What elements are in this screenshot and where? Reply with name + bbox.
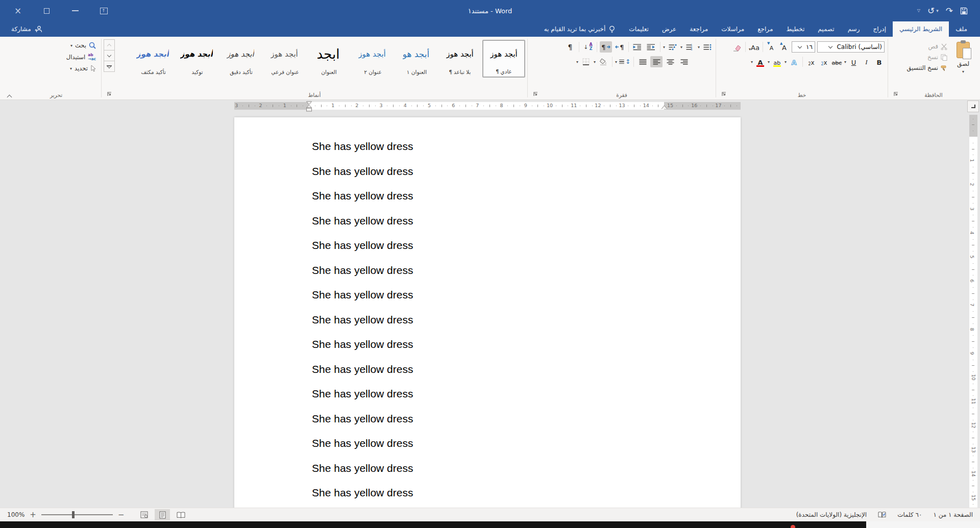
numbering-dropdown-caret-icon[interactable]: ▾	[680, 45, 682, 49]
qat-customize-button[interactable]: ▽	[917, 9, 920, 13]
show-formatting-marks-button[interactable]: ¶	[564, 41, 576, 53]
tab-mailings[interactable]: مراسلات	[715, 21, 751, 37]
document-line[interactable]: She has yellow dress	[312, 159, 741, 184]
increase-indent-button[interactable]	[631, 41, 644, 53]
text-effects-dropdown-caret-icon[interactable]: ▾	[785, 60, 787, 64]
document-line[interactable]: She has yellow dress	[312, 308, 741, 333]
word-count[interactable]: ٦٠ كلمات	[897, 511, 922, 518]
sort-button[interactable]: A Z ↓	[582, 41, 594, 53]
zoom-in-button[interactable]: +	[30, 511, 36, 519]
subscript-button[interactable]: x2	[819, 56, 829, 67]
find-button[interactable]: بحث ▾	[13, 42, 99, 49]
document-line[interactable]: She has yellow dress	[312, 258, 741, 283]
borders-dropdown-caret-icon[interactable]: ▾	[576, 60, 578, 64]
styles-scroll-down-button[interactable]	[104, 50, 115, 61]
tab-stop-selector[interactable]	[967, 100, 979, 112]
collapse-ribbon-button[interactable]	[6, 91, 11, 96]
document-line[interactable]: She has yellow dress	[312, 407, 741, 432]
shading-button[interactable]	[597, 56, 609, 67]
shrink-font-button[interactable]: A▼	[766, 41, 777, 53]
numbering-button[interactable]: 123	[684, 41, 696, 53]
style-item-8[interactable]: أبجد هوز توكيد	[175, 40, 218, 78]
highlight-color-button[interactable]: ab	[772, 56, 782, 67]
document-line[interactable]: She has yellow dress	[312, 283, 741, 308]
decrease-indent-button[interactable]	[645, 41, 657, 53]
underline-dropdown-caret-icon[interactable]: ▾	[844, 60, 846, 64]
tab-draw[interactable]: رسم	[841, 21, 867, 37]
style-item-9[interactable]: أبجد هوز تأكيد مكثف	[131, 40, 174, 78]
style-item-5[interactable]: ابجد العنوان	[307, 40, 350, 78]
tab-insert[interactable]: إدراج	[866, 21, 893, 37]
multilevel-dropdown-caret-icon[interactable]: ▾	[663, 45, 665, 49]
style-item-6[interactable]: أبجد هوز عنوان فرعي	[263, 40, 306, 78]
styles-scroll-up-button[interactable]	[104, 39, 115, 51]
horizontal-ruler[interactable]: 1231234567891011121314151617	[234, 102, 741, 110]
document-line[interactable]: She has yellow dress	[312, 134, 741, 159]
tab-layout[interactable]: تخطيط	[779, 21, 811, 37]
style-item-3[interactable]: أبجد هو العنوان ١	[395, 40, 437, 78]
tab-references[interactable]: مراجع	[751, 21, 779, 37]
save-button[interactable]	[960, 7, 968, 15]
redo-button[interactable]: ↷	[946, 7, 953, 15]
underline-button[interactable]: U	[848, 56, 859, 67]
document-line[interactable]: She has yellow dress	[312, 382, 741, 407]
read-mode-view-button[interactable]	[173, 509, 188, 520]
chevron-down-icon[interactable]	[826, 46, 835, 48]
zoom-slider-thumb[interactable]	[72, 511, 75, 518]
select-button[interactable]: تحديد ▾	[13, 65, 99, 72]
document-line[interactable]: She has yellow dress	[312, 184, 741, 209]
tell-me-box[interactable]: أخبرني بما تريد القيام به	[537, 21, 623, 37]
indent-markers-icon[interactable]	[306, 101, 312, 112]
tab-home[interactable]: الشريط الرئيسي	[893, 21, 949, 37]
strikethrough-button[interactable]: abc	[831, 56, 842, 67]
grow-font-button[interactable]: A▲	[779, 41, 790, 53]
clear-formatting-button[interactable]: A	[731, 41, 742, 53]
style-item-4[interactable]: أبجد هوز عنوان ٢	[351, 40, 394, 78]
change-case-button[interactable]: Aa▾	[749, 41, 760, 53]
multilevel-list-button[interactable]	[667, 41, 679, 53]
replace-button[interactable]: ab→ac استبدال	[13, 53, 99, 61]
document-area[interactable]: 1231234567891011121314151617 12345678910…	[0, 100, 980, 508]
cut-button[interactable]: قص	[907, 43, 948, 50]
font-name-combo[interactable]: Calibri (أساسي)	[817, 41, 885, 53]
borders-button[interactable]	[580, 56, 592, 67]
superscript-button[interactable]: x2	[806, 56, 817, 67]
web-layout-view-button[interactable]	[136, 509, 152, 520]
zoom-level[interactable]: 100%	[7, 511, 24, 518]
bullets-button[interactable]	[701, 41, 714, 53]
style-item-1[interactable]: أبجد هوز عادي¶	[482, 40, 525, 78]
tab-design[interactable]: تصميم	[811, 21, 841, 37]
zoom-slider[interactable]	[41, 514, 113, 515]
italic-button[interactable]: I	[861, 56, 872, 67]
highlight-dropdown-caret-icon[interactable]: ▾	[768, 60, 770, 64]
proofing-status-button[interactable]	[878, 511, 886, 518]
share-button[interactable]: مشاركة	[0, 21, 54, 37]
document-line[interactable]: She has yellow dress	[312, 233, 741, 258]
document-line[interactable]: She has yellow dress	[312, 481, 741, 506]
copy-button[interactable]: نسخ	[907, 54, 948, 61]
format-painter-button[interactable]: نسخ التنسيق	[907, 64, 948, 71]
bold-button[interactable]: B	[874, 56, 885, 67]
zoom-out-button[interactable]: −	[118, 511, 125, 519]
line-spacing-button[interactable]: ↕	[619, 56, 631, 67]
tab-view[interactable]: عرض	[655, 21, 683, 37]
align-right-button[interactable]	[678, 56, 690, 67]
ltr-text-direction-button[interactable]: ¶	[600, 41, 612, 53]
styles-more-button[interactable]	[104, 61, 115, 72]
tab-file[interactable]: ملف	[949, 21, 974, 37]
align-center-button[interactable]	[664, 56, 676, 67]
align-left-button[interactable]	[650, 56, 663, 67]
tab-review[interactable]: مراجعة	[683, 21, 715, 37]
tab-help[interactable]: تعليمات	[622, 21, 655, 37]
page-indicator[interactable]: الصفحة ١ من ١	[933, 511, 973, 518]
language-indicator[interactable]: الإنجليزية (الولايات المتحدة)	[796, 511, 867, 518]
rtl-text-direction-button[interactable]: ¶	[614, 41, 626, 53]
document-line[interactable]: She has yellow dress	[312, 332, 741, 357]
document-line[interactable]: She has yellow dress	[312, 431, 741, 456]
undo-button[interactable]: ↺▾	[927, 7, 939, 15]
font-color-dropdown-caret-icon[interactable]: ▾	[751, 60, 753, 64]
font-color-button[interactable]: A	[755, 56, 766, 67]
document-line[interactable]: She has yellow dress	[312, 209, 741, 234]
print-layout-view-button[interactable]	[155, 509, 170, 520]
document-line[interactable]: She has yellow dress	[312, 456, 741, 481]
